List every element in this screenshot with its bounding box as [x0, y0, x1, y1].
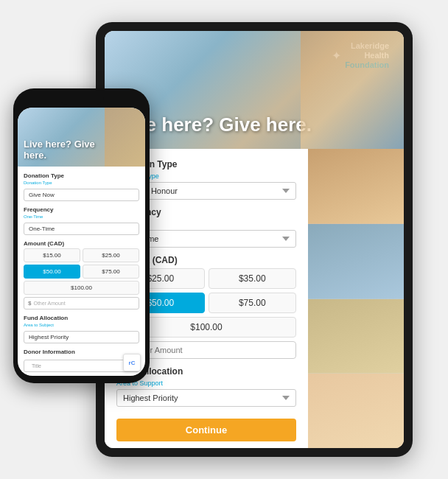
phone-amount-25[interactable]: $25.00	[83, 248, 139, 262]
phone-other-amount-label: Other Amount	[33, 301, 65, 306]
phone-amount-75[interactable]: $75.00	[83, 265, 139, 279]
phone-donor-info-section: Donor Information Title First Name	[24, 349, 139, 376]
phone-donation-type-section: Donation Type Donation Type Give Now	[24, 172, 139, 201]
phone-frequency-sublabel: One-Time	[24, 214, 139, 219]
phone-firstname-label: First Name	[24, 375, 139, 376]
tablet-amount-35[interactable]: $35.00	[209, 268, 297, 289]
tablet-fund-allocation-select[interactable]: Highest Priority	[116, 389, 296, 407]
tablet-right-img-2	[308, 224, 404, 299]
tablet-right-img-3	[308, 299, 404, 374]
phone-fund-allocation-section: Fund Allocation Area to Subject Highest …	[24, 315, 139, 343]
phone-donation-type-select[interactable]: Give Now	[24, 189, 139, 201]
phone-amount-50[interactable]: $50.00	[24, 265, 80, 279]
phone-amount-15[interactable]: $15.00	[24, 248, 80, 262]
phone-screen: Live here? Givehere. Donation Type Donat…	[18, 108, 145, 376]
phone-frequency-section: Frequency One-Time One-Time	[24, 206, 139, 235]
phone: Live here? Givehere. Donation Type Donat…	[13, 88, 150, 383]
phone-hero-image: Live here? Givehere.	[18, 108, 145, 167]
phone-frequency-select[interactable]: One-Time	[24, 223, 139, 235]
phone-fund-allocation-sublabel: Area to Subject	[24, 323, 139, 327]
phone-hero-text: Live here? Givehere.	[24, 139, 95, 161]
tablet-right-img-1	[308, 149, 404, 224]
tablet-amount-75[interactable]: $75.00	[209, 293, 297, 313]
tablet-right-images	[308, 149, 404, 448]
phone-frequency-label: Frequency	[24, 206, 139, 213]
phone-amount-section: Amount (CAD) $15.00 $25.00 $50.00 $75.00…	[24, 240, 139, 310]
tablet-fund-allocation-sublabel: Area to Support	[116, 380, 296, 387]
phone-fund-allocation-label: Fund Allocation	[24, 315, 139, 321]
tablet-continue-button[interactable]: Continue	[116, 419, 296, 441]
phone-form: Donation Type Donation Type Give Now Fre…	[18, 167, 145, 376]
phone-fund-allocation-select[interactable]: Highest Priority	[24, 331, 139, 343]
phone-amount-label: Amount (CAD)	[24, 240, 139, 247]
phone-donation-type-sublabel: Donation Type	[24, 181, 139, 185]
phone-amount-grid: $15.00 $25.00 $50.00 $75.00 $100.00	[24, 248, 139, 295]
phone-donor-info-label: Donor Information	[24, 349, 139, 355]
phone-amount-100[interactable]: $100.00	[24, 281, 139, 295]
phone-title-select[interactable]: Title	[24, 360, 139, 372]
phone-hero-overlay	[105, 108, 145, 167]
phone-other-amount[interactable]: $ Other Amount	[24, 297, 139, 310]
tablet-hero-overlay	[301, 31, 404, 149]
tablet-other-amount-input[interactable]	[133, 346, 290, 354]
phone-notch	[60, 96, 104, 105]
recaptcha-badge: rC	[123, 354, 141, 371]
phone-donation-type-label: Donation Type	[24, 172, 139, 179]
tablet-right-img-4	[308, 374, 404, 448]
phone-currency-symbol: $	[28, 300, 31, 307]
